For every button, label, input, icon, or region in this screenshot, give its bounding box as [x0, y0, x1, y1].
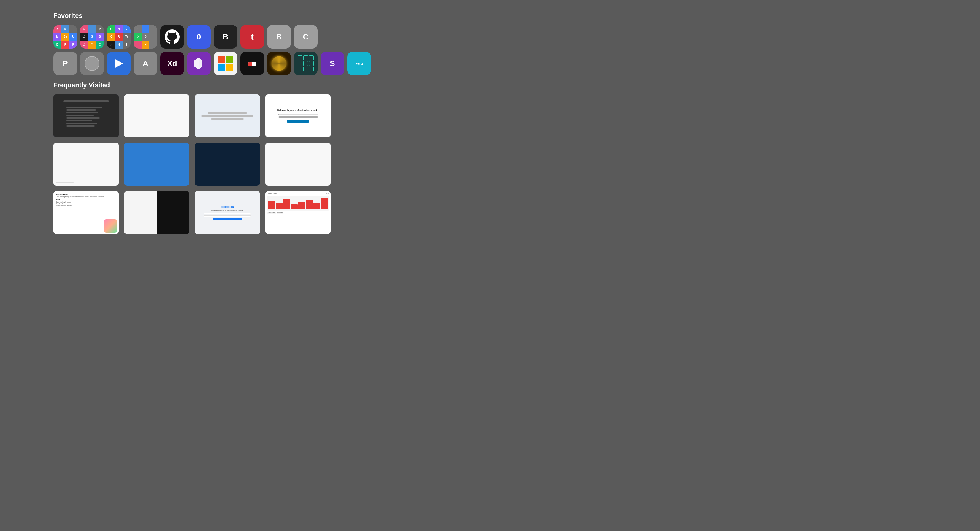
app-icon-group-3[interactable]: ▶ N V K R W ⬡ N I — [107, 25, 130, 49]
app-icon-xd[interactable]: Xd — [160, 52, 184, 75]
app-icon-xd-label: Xd — [167, 59, 177, 68]
app-icon-a[interactable]: A — [134, 52, 157, 75]
fv-card-facebook[interactable]: facebook Connect with friends and the wo… — [195, 191, 260, 234]
frequently-visited-title: Frequently Visited — [53, 81, 980, 89]
app-icon-b-gray[interactable]: B — [267, 25, 291, 49]
app-icon-tumblr-label: t — [251, 32, 254, 42]
fv-card-analytics[interactable]: General Motors GM Annual Report Stock Da… — [265, 191, 331, 234]
fv-card-linkedin[interactable]: Welcome to your professional community — [265, 94, 331, 137]
portfolio-work-3: Young People's Theatre — [56, 205, 116, 207]
fv-card-portfolio[interactable]: Vinicius Philot I love building things f… — [53, 191, 119, 234]
fv-card-white-2[interactable] — [53, 143, 119, 186]
app-icon-a-label: A — [143, 59, 148, 68]
fv-card-dark-list[interactable] — [53, 94, 119, 137]
fv-card-white-3[interactable] — [265, 143, 331, 186]
app-icon-b-black-label: B — [223, 32, 229, 41]
app-icon-0[interactable]: 0 — [187, 25, 211, 49]
fv-card-white-1[interactable] — [124, 94, 189, 137]
fv-card-blue-solid[interactable] — [124, 143, 189, 186]
svg-rect-4 — [248, 62, 252, 66]
app-icon-teal-grid[interactable] — [294, 52, 318, 75]
svg-marker-0 — [115, 59, 123, 68]
facebook-logo: facebook — [221, 205, 234, 208]
app-icon-s-label: S — [330, 59, 335, 68]
app-icon-github[interactable] — [160, 25, 184, 49]
app-icon-tumblr[interactable]: t — [240, 25, 264, 49]
portfolio-bio: I love building things for the web and I… — [56, 196, 116, 197]
app-icon-0-label: 0 — [197, 32, 201, 41]
favorites-row-1: 8 M M Be U D P F ⬡ I P ⬡ S B ⬡ Y — [53, 25, 980, 49]
facebook-tagline: Connect with friends and the world aroun… — [211, 210, 243, 211]
fv-card-lightblue[interactable] — [195, 94, 260, 137]
app-icon-b-gray-label: B — [276, 32, 282, 41]
linkedin-title: Welcome to your professional community — [277, 109, 318, 111]
app-icon-blue-arrow[interactable] — [107, 52, 130, 75]
app-icon-xero-label: xero — [355, 61, 363, 66]
favorites-title: Favorites — [53, 12, 980, 19]
fv-card-dark-blue[interactable] — [195, 143, 260, 186]
app-icon-p-label: P — [63, 59, 68, 68]
app-icon-group-1[interactable]: 8 M M Be U D P F — [53, 25, 77, 49]
app-icon-microsoft[interactable] — [214, 52, 237, 75]
frequently-visited-grid: Welcome to your professional community — [53, 94, 338, 234]
portfolio-work-title: Work — [56, 199, 116, 200]
app-icon-visual-studio[interactable] — [187, 52, 211, 75]
fv-card-half-dark[interactable] — [124, 191, 189, 234]
app-icon-group-2[interactable]: ⬡ I P ⬡ S B ⬡ Y C — [80, 25, 104, 49]
frequently-visited-section: Frequently Visited — [53, 81, 980, 234]
app-icon-eraser[interactable] — [240, 52, 264, 75]
app-icon-c-gray[interactable]: C — [294, 25, 318, 49]
app-icon-b-black[interactable]: B — [214, 25, 237, 49]
app-icon-p[interactable]: P — [53, 52, 77, 75]
app-icon-gray-multi[interactable]: F ⬡ D N — [134, 25, 157, 49]
favorites-row-2: P A Xd — [53, 52, 980, 75]
app-icon-circle[interactable] — [80, 52, 104, 75]
app-icon-s-purple[interactable]: S — [321, 52, 344, 75]
app-icon-c-gray-label: C — [303, 32, 309, 41]
svg-marker-2 — [194, 57, 199, 69]
app-icon-gold[interactable] — [267, 52, 291, 75]
favorites-section: Favorites 8 M M Be U D P F ⬡ I P ⬡ — [53, 12, 980, 75]
app-icon-xero[interactable]: xero — [347, 52, 371, 75]
portfolio-name: Vinicius Philot — [56, 193, 116, 195]
